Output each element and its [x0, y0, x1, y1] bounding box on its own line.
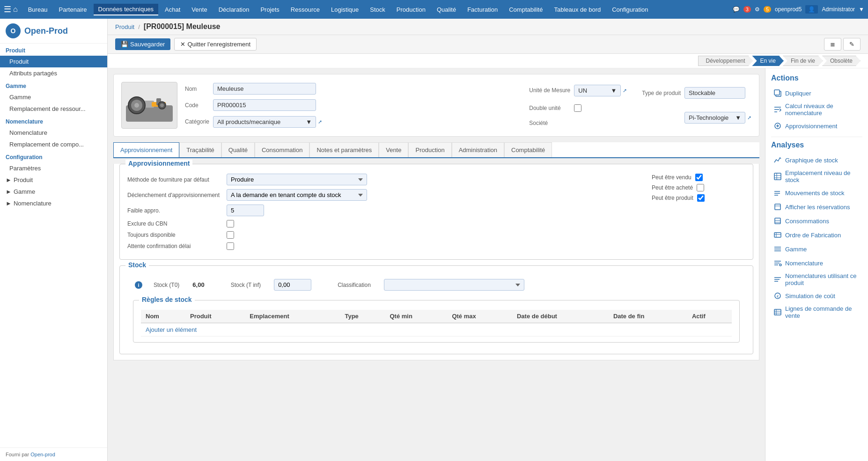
sidebar-item-remplacement-ressource[interactable]: Remplacement de ressour... [0, 103, 107, 115]
edit-view-button[interactable]: ✎ [843, 38, 861, 51]
sidebar-section-configuration[interactable]: Configuration [0, 150, 107, 162]
double-unite-checkbox[interactable] [574, 104, 581, 112]
tab-approvisionnement[interactable]: Approvisionnement [113, 142, 179, 158]
sidebar-group-produit[interactable]: ► Produit [0, 174, 107, 186]
code-input[interactable] [213, 99, 316, 111]
analyse-mouvements-stock[interactable]: Mouvements de stock [771, 186, 862, 200]
sidebar-section-nomenclature[interactable]: Nomenclature [0, 115, 107, 127]
list-view-button[interactable]: ≣ [824, 38, 841, 51]
stock-inf-input[interactable] [274, 279, 311, 291]
tab-vente[interactable]: Vente [379, 142, 408, 157]
nav-stock[interactable]: Stock [365, 4, 390, 15]
status-fin-de-vie[interactable]: Fin de vie [783, 56, 823, 66]
sidebar-item-parametres[interactable]: Paramètres [0, 162, 107, 174]
type-produit-select[interactable]: Stockable [684, 87, 745, 99]
movement-icon [773, 188, 782, 198]
nav-declaration[interactable]: Déclaration [214, 4, 254, 15]
svg-rect-10 [774, 90, 780, 95]
action-dupliquer[interactable]: Dupliquer [771, 86, 862, 100]
nav-production[interactable]: Production [392, 4, 430, 15]
user-avatar-icon[interactable]: 👤 [805, 5, 818, 14]
peut-achete-checkbox[interactable] [697, 184, 704, 191]
analyse-emplacement-stock[interactable]: Emplacement niveau de stock [771, 167, 862, 186]
nav-facturation[interactable]: Facturation [463, 4, 502, 15]
unite-external-link[interactable]: ➚ [623, 88, 627, 94]
sidebar-item-attributs[interactable]: Attributs partagés [0, 67, 107, 79]
tab-tracabilite[interactable]: Traçabilité [179, 142, 221, 157]
attente-checkbox[interactable] [227, 242, 234, 250]
sidebar-section-produit[interactable]: Produit [0, 44, 107, 56]
nav-configuration[interactable]: Configuration [607, 4, 653, 15]
societe-select[interactable]: Pi-Technologie ▼ [684, 112, 745, 124]
analyse-consommations[interactable]: Consommations [771, 214, 862, 228]
nav-achat[interactable]: Achat [160, 4, 185, 15]
status-developpement[interactable]: Développement [698, 56, 753, 66]
peut-vendu-checkbox[interactable] [695, 174, 703, 181]
nav-bureau[interactable]: Bureau [23, 4, 52, 15]
action-calcul-niveaux[interactable]: Calcul niveaux de nomenclature [771, 100, 862, 119]
status-en-vie[interactable]: En vie [752, 56, 784, 66]
tab-production[interactable]: Production [408, 142, 451, 157]
admin-label[interactable]: Administrator [822, 6, 855, 13]
exclure-checkbox[interactable] [227, 220, 234, 227]
settings-icon[interactable]: ⚙ [755, 6, 760, 13]
sidebar-item-gamme[interactable]: Gamme [0, 91, 107, 103]
home-icon[interactable]: ⌂ [13, 5, 18, 14]
peut-produit-checkbox[interactable] [697, 194, 705, 202]
discard-button[interactable]: ✕ Quitter l'enregistrement [174, 38, 257, 51]
chat-icon[interactable]: 💬 [733, 6, 740, 13]
col-produit: Produit [185, 310, 245, 323]
methode-select[interactable]: Produire [227, 174, 367, 185]
nav-logistique[interactable]: Logistique [326, 4, 363, 15]
analyse-reservations[interactable]: Afficher les réservations [771, 200, 862, 214]
save-button[interactable]: 💾 Sauvegarder [115, 38, 170, 50]
breadcrumb-parent[interactable]: Produit [115, 23, 134, 30]
appro-right: Peut être vendu Peut être acheté Peut êt… [652, 174, 745, 254]
sidebar-group-nomenclature[interactable]: ► Nomenclature [0, 198, 107, 209]
tab-consommation[interactable]: Consommation [255, 142, 309, 157]
sidebar-group-gamme[interactable]: ► Gamme [0, 186, 107, 198]
tab-comptabilite[interactable]: Comptabilité [504, 142, 552, 157]
tab-qualite[interactable]: Qualité [221, 142, 255, 157]
toujours-checkbox[interactable] [227, 231, 234, 239]
tab-administration[interactable]: Administration [452, 142, 504, 157]
faible-input[interactable] [227, 205, 264, 216]
sidebar-item-remplacement-compo[interactable]: Remplacement de compo... [0, 139, 107, 150]
info-icon[interactable]: i [135, 281, 142, 289]
categorie-select[interactable]: All products/mecanique ▼ [213, 116, 316, 128]
nav-comptabilite[interactable]: Comptabilité [504, 4, 547, 15]
analyse-simulation-cout[interactable]: € Simulation de coût [771, 289, 862, 303]
nav-vente[interactable]: Vente [187, 4, 212, 15]
hamburger-icon[interactable]: ☰ [4, 4, 11, 15]
dropdown-arrow-icon[interactable]: ▼ [859, 6, 864, 13]
nav-projets[interactable]: Projets [256, 4, 284, 15]
analyse-ordre-fabrication[interactable]: Ordre de Fabrication [771, 228, 862, 242]
tab-notes-parametres[interactable]: Notes et paramètres [309, 142, 379, 157]
svg-point-35 [780, 264, 781, 266]
nav-ressource[interactable]: Ressource [286, 4, 324, 15]
nav-tableaux[interactable]: Tableaux de bord [549, 4, 605, 15]
nav-partenaire[interactable]: Partenaire [54, 4, 92, 15]
nav-qualite[interactable]: Qualité [432, 4, 461, 15]
sidebar-section-gamme[interactable]: Gamme [0, 79, 107, 91]
right-panel: Actions Dupliquer [765, 68, 868, 461]
analyse-nomenclatures-utilisant[interactable]: Nomenclatures utilisant ce produit [771, 270, 862, 289]
classification-select[interactable] [384, 279, 524, 291]
analyse-graphique-stock[interactable]: Graphique de stock [771, 153, 862, 167]
unite-select[interactable]: UN ▼ [574, 85, 621, 96]
status-obsolete[interactable]: Obsolète [822, 56, 861, 66]
nav-donnees-techniques[interactable]: Données techniques [94, 4, 159, 15]
analyse-lignes-commande[interactable]: Lignes de commande de vente [771, 303, 862, 322]
analyse-nomenclature[interactable]: Nomenclature [771, 256, 862, 270]
sidebar-item-produit[interactable]: Produit [0, 56, 107, 67]
add-element-link[interactable]: Ajouter un élément [146, 326, 197, 333]
declenchement-select[interactable]: A la demande en tenant compte du stock [227, 189, 367, 201]
societe-external-link[interactable]: ➚ [747, 115, 751, 121]
categorie-external-link[interactable]: ➚ [318, 119, 322, 125]
societe-label: Société [529, 120, 570, 126]
action-approvisionnement[interactable]: Approvisionnement [771, 119, 862, 133]
sidebar-item-nomenclature[interactable]: Nomenclature [0, 127, 107, 139]
analyse-gamme[interactable]: Gamme [771, 242, 862, 256]
nom-input[interactable] [213, 83, 316, 95]
footer-link[interactable]: Open-prod [30, 452, 55, 457]
